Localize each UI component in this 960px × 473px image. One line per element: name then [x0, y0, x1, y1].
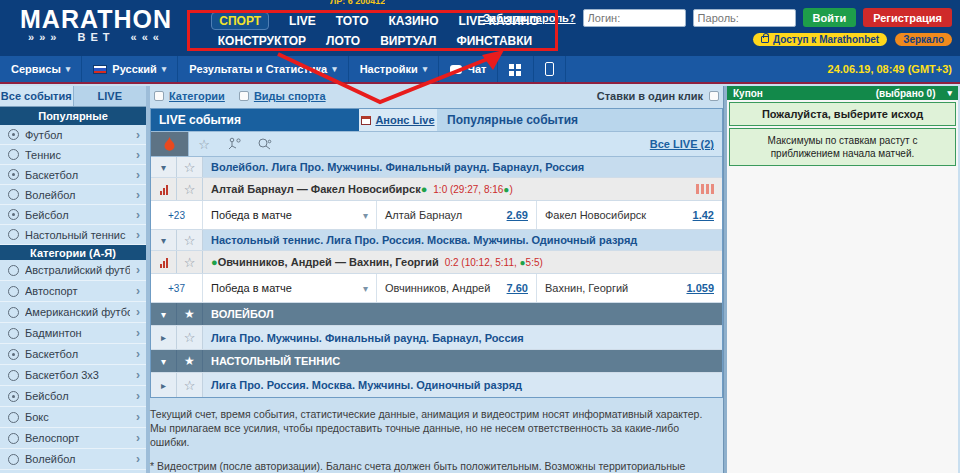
sidebar-item-volleyball[interactable]: Волейбол›: [0, 185, 146, 205]
volleyball-icon: [8, 454, 19, 465]
logo-line2: »»» BET «««: [20, 31, 172, 43]
odds-away[interactable]: Вахнин, Георгий1.059: [537, 274, 722, 302]
language-menu[interactable]: Русский▾: [82, 56, 178, 82]
forgot-password-link[interactable]: Забыли пароль?: [483, 12, 575, 24]
sidebar-item-aussie-rules[interactable]: Австралийский футбол›: [0, 260, 146, 281]
sidebar-item-cycling[interactable]: Велоспорт›: [0, 428, 146, 449]
sidebar-item-basketball3x3[interactable]: Баскетбол 3x3›: [0, 365, 146, 386]
chevron-right-icon: ›: [136, 368, 140, 382]
favorite-toggle[interactable]: ☆: [177, 373, 203, 397]
login-input[interactable]: [583, 9, 686, 27]
tab-live-events[interactable]: LIVE события: [151, 109, 351, 131]
nav-casino[interactable]: КАЗИНО: [388, 14, 438, 28]
nav-virtual[interactable]: ВИРТУАЛ: [380, 34, 436, 48]
sidebar-item-table-tennis[interactable]: Настольный теннис›: [0, 225, 146, 245]
sidebar-tab-all-events[interactable]: Все события: [0, 86, 73, 106]
sidebar-item-motorsport[interactable]: Автоспорт›: [0, 281, 146, 302]
sidebar-item-basketball[interactable]: Баскетбол›: [0, 165, 146, 185]
sidebar-tab-live[interactable]: LIVE: [73, 86, 147, 106]
one-click-bets-toggle[interactable]: Ставки в один клик: [597, 90, 719, 102]
league-title[interactable]: Волейбол. Лига Про. Мужчины. Финальный р…: [203, 157, 722, 177]
favorite-toggle[interactable]: ★: [177, 350, 203, 372]
odds-home[interactable]: Алтай Барнаул2.69: [377, 201, 537, 229]
favorite-toggle[interactable]: ★: [177, 303, 203, 325]
odds-away[interactable]: Факел Новосибирск1.42: [537, 201, 722, 229]
more-markets-link[interactable]: +37: [151, 274, 203, 302]
chat-button[interactable]: Чат: [439, 56, 498, 82]
chevron-down-icon[interactable]: ▾: [947, 88, 952, 98]
sidebar-item-volleyball2[interactable]: Волейбол›: [0, 449, 146, 470]
tennis-icon: [8, 149, 19, 160]
expand-toggle[interactable]: ▸: [151, 373, 177, 397]
sidebar-item-boxing[interactable]: Бокс›: [0, 407, 146, 428]
match-row: ☆ ●Овчинников, Андрей — Вахнин, Георгий …: [151, 251, 722, 274]
table-tennis-filter-button[interactable]: [249, 138, 279, 151]
nav-constructor[interactable]: КОНСТРУКТОР: [218, 34, 306, 48]
volleyball-filter-button[interactable]: [219, 137, 249, 151]
nav-live[interactable]: LIVE: [289, 14, 316, 28]
favorite-toggle[interactable]: ☆: [177, 178, 203, 200]
market-select[interactable]: Победа в матче▾: [203, 201, 377, 229]
favorite-toggle[interactable]: ☆: [177, 251, 203, 273]
sports-checkbox[interactable]: Виды спорта: [239, 90, 326, 102]
checkbox-icon[interactable]: [154, 91, 164, 101]
expand-toggle[interactable]: ▸: [151, 326, 177, 349]
checkbox-icon[interactable]: [239, 91, 249, 101]
collapse-toggle[interactable]: ▾: [151, 157, 177, 177]
tab-announce-live[interactable]: Анонс Live: [351, 109, 437, 131]
sidebar-item-tennis[interactable]: Теннис›: [0, 145, 146, 165]
collapse-toggle[interactable]: ▾: [151, 350, 177, 372]
sport-section-row[interactable]: ▾ ★ ВОЛЕЙБОЛ: [151, 303, 722, 326]
sidebar-item-baseball[interactable]: Бейсбол›: [0, 205, 146, 225]
main-content: Категории Виды спорта Ставки в один клик…: [150, 86, 723, 473]
password-input[interactable]: [693, 9, 796, 27]
odds-home[interactable]: Овчинников, Андрей7.60: [377, 274, 537, 302]
sport-section-row[interactable]: ▾ ★ НАСТОЛЬНЫЙ ТЕННИС: [151, 350, 722, 373]
sidebar-item-football[interactable]: Футбол›: [0, 125, 146, 145]
auth-area: Забыли пароль? Войти Регистрация Доступ …: [483, 8, 952, 46]
live-stream-icon[interactable]: [696, 178, 722, 200]
sidebar-item-american-football[interactable]: Американский футбол›: [0, 302, 146, 323]
collapse-toggle[interactable]: ▾: [151, 230, 177, 250]
favorite-toggle[interactable]: ☆: [177, 157, 203, 177]
hot-filter-button[interactable]: [151, 132, 189, 156]
league-section-row[interactable]: ▸ ☆ Лига Про. Россия. Москва. Мужчины. О…: [151, 373, 722, 397]
market-select[interactable]: Победа в матче▾: [203, 274, 377, 302]
favorite-toggle[interactable]: ☆: [177, 230, 203, 250]
collapse-toggle[interactable]: ▾: [151, 303, 177, 325]
marathonbet-logo[interactable]: MARATHON »»» BET «««: [20, 7, 172, 43]
more-markets-link[interactable]: +23: [151, 201, 203, 229]
mirror-button[interactable]: Зеркало: [895, 33, 952, 46]
results-stats-menu[interactable]: Результаты и Статистика▾: [178, 56, 348, 82]
stats-button[interactable]: [151, 251, 177, 273]
all-live-link[interactable]: Все LIVE (2): [650, 138, 722, 150]
sidebar-item-badminton[interactable]: Бадминтон›: [0, 323, 146, 344]
mobile-button[interactable]: [534, 56, 566, 82]
chevron-right-icon: ›: [136, 389, 140, 403]
match-name[interactable]: Алтай Барнаул — Факел Новосибирск●: [211, 183, 427, 195]
checkbox-icon[interactable]: [709, 91, 719, 101]
nav-sport[interactable]: СПОРТ: [211, 12, 269, 30]
nav-toto[interactable]: ТОТО: [336, 14, 369, 28]
chevron-right-icon: ›: [136, 410, 140, 424]
sidebar-item-basketball2[interactable]: Баскетбол›: [0, 344, 146, 365]
register-button[interactable]: Регистрация: [863, 8, 952, 27]
tab-popular-events[interactable]: Популярные события: [437, 109, 722, 131]
league-section-row[interactable]: ▸ ☆ Лига Про. Мужчины. Финальный раунд. …: [151, 326, 722, 350]
categories-checkbox[interactable]: Категории: [154, 90, 225, 102]
chevron-down-icon: ▾: [161, 162, 166, 173]
layout-grid-button[interactable]: [498, 56, 534, 82]
coupon-message-primary: Пожалуйста, выберите исход: [729, 102, 956, 126]
stats-button[interactable]: [151, 178, 177, 200]
nav-lotto[interactable]: ЛОТО: [326, 34, 360, 48]
favorite-toggle[interactable]: ☆: [177, 326, 203, 349]
league-title[interactable]: Настольный теннис. Лига Про. Россия. Мос…: [203, 230, 722, 250]
sidebar-item-baseball2[interactable]: Бейсбол›: [0, 386, 146, 407]
coupon-header[interactable]: Купон (выбрано 0) ▾: [727, 86, 958, 100]
favorites-filter-button[interactable]: ☆: [189, 137, 219, 152]
settings-menu[interactable]: Настройки▾: [349, 56, 440, 82]
access-badge[interactable]: Доступ к Marathonbet: [753, 33, 887, 46]
login-button[interactable]: Войти: [803, 8, 857, 27]
services-menu[interactable]: Сервисы▾: [0, 56, 82, 82]
match-name[interactable]: ●Овчинников, Андрей — Вахнин, Георгий: [211, 256, 439, 268]
